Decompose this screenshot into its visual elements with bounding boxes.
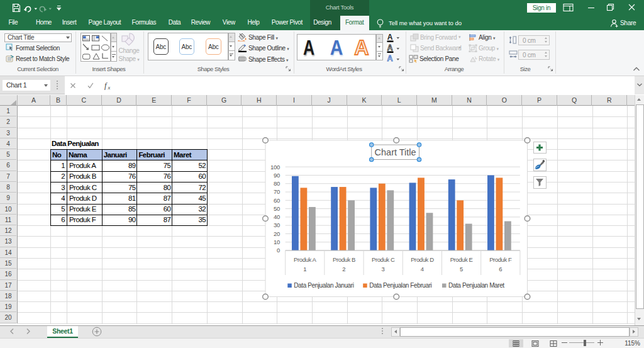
svg-text:60: 60 <box>274 197 280 204</box>
svg-text:Produk F: Produk F <box>489 256 512 263</box>
svg-text:A: A <box>387 54 393 63</box>
svg-text:Data Penjualan Februari: Data Penjualan Februari <box>369 282 431 289</box>
svg-text:70: 70 <box>274 188 280 195</box>
svg-text:6: 6 <box>499 266 502 272</box>
svg-text:0: 0 <box>277 247 280 254</box>
svg-text:90: 90 <box>274 172 280 179</box>
svg-text:4: 4 <box>421 266 424 272</box>
svg-text:10: 10 <box>274 239 280 245</box>
svg-text:A: A <box>387 43 393 52</box>
svg-text:Produk E: Produk E <box>450 256 473 263</box>
svg-text:80: 80 <box>274 180 280 187</box>
svg-text:20: 20 <box>274 230 280 237</box>
svg-text:Produk C: Produk C <box>372 256 395 263</box>
svg-text:50: 50 <box>274 205 280 212</box>
svg-text:Produk A: Produk A <box>294 256 316 263</box>
svg-text:Data Penjualan Maret: Data Penjualan Maret <box>448 282 504 289</box>
svg-text:3: 3 <box>382 266 385 272</box>
svg-text:Produk D: Produk D <box>411 256 434 263</box>
svg-text:2: 2 <box>342 266 345 272</box>
svg-text:f: f <box>104 81 108 90</box>
svg-text:Chart Title: Chart Title <box>375 147 416 157</box>
svg-text:A: A <box>387 33 393 42</box>
svg-text:Produk B: Produk B <box>333 256 355 263</box>
svg-text:Data Penjualan Januari: Data Penjualan Januari <box>294 282 353 289</box>
svg-text:30: 30 <box>274 222 280 228</box>
svg-text:5: 5 <box>460 266 463 272</box>
svg-text:40: 40 <box>274 213 280 220</box>
svg-text:100: 100 <box>270 164 280 171</box>
svg-text:x: x <box>108 84 111 91</box>
svg-text:1: 1 <box>303 266 306 272</box>
